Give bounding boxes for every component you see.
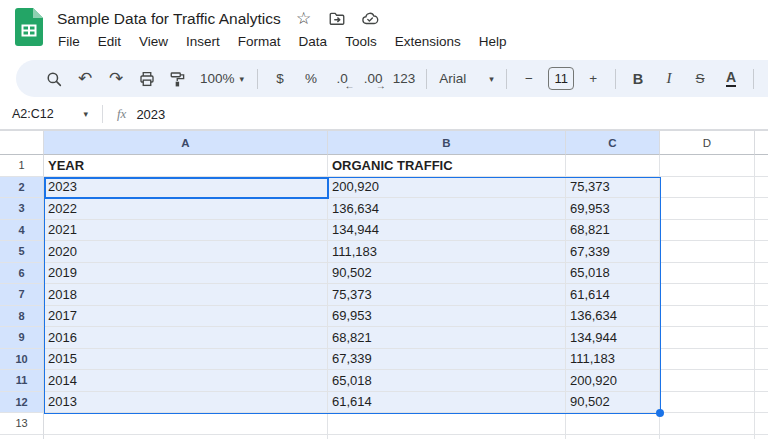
cell-A6[interactable]: 2019 (44, 263, 328, 285)
cell-B11[interactable]: 65,018 (328, 370, 566, 392)
cell-C2[interactable]: 75,373 (566, 177, 660, 199)
cell-C14[interactable] (566, 435, 660, 439)
row-header-6[interactable]: 6 (0, 263, 44, 285)
formula-input[interactable]: 2023 (136, 107, 768, 122)
row-header-13[interactable]: 13 (0, 413, 44, 435)
cell-E10[interactable] (755, 349, 768, 371)
cell-E11[interactable] (755, 370, 768, 392)
column-header-C[interactable]: C (566, 130, 660, 155)
row-header-14[interactable] (0, 435, 44, 439)
cell-A13[interactable] (44, 413, 328, 435)
row-header-1[interactable]: 1 (0, 155, 44, 177)
cell-B10[interactable]: 67,339 (328, 349, 566, 371)
fill-color-icon[interactable] (764, 66, 768, 92)
cell-D8[interactable] (660, 306, 755, 328)
italic-button[interactable]: I (657, 66, 681, 92)
cell-B7[interactable]: 75,373 (328, 284, 566, 306)
cell-E7[interactable] (755, 284, 768, 306)
menu-tools[interactable]: Tools (336, 32, 386, 51)
cell-A7[interactable]: 2018 (44, 284, 328, 306)
cell-C6[interactable]: 65,018 (566, 263, 660, 285)
cell-E8[interactable] (755, 306, 768, 328)
more-formats-button[interactable]: 123 (392, 66, 416, 92)
cell-C10[interactable]: 111,183 (566, 349, 660, 371)
print-icon[interactable] (135, 66, 159, 92)
font-size-input[interactable]: 11 (548, 67, 574, 90)
document-title[interactable]: Sample Data for Traffic Analytics (57, 10, 281, 28)
row-header-10[interactable]: 10 (0, 349, 44, 371)
menu-extensions[interactable]: Extensions (386, 32, 470, 51)
cell-B8[interactable]: 69,953 (328, 306, 566, 328)
redo-icon[interactable]: ↷ (104, 66, 128, 92)
cell-C3[interactable]: 69,953 (566, 198, 660, 220)
strikethrough-button[interactable]: S (688, 66, 712, 92)
cell-D11[interactable] (660, 370, 755, 392)
menu-insert[interactable]: Insert (177, 32, 229, 51)
column-header-A[interactable]: A (44, 130, 328, 155)
row-header-5[interactable]: 5 (0, 241, 44, 263)
star-icon[interactable]: ☆ (295, 10, 313, 28)
cell-A8[interactable]: 2017 (44, 306, 328, 328)
cell-D6[interactable] (660, 263, 755, 285)
cloud-saved-icon[interactable] (361, 10, 379, 28)
cell-B2[interactable]: 200,920 (328, 177, 566, 199)
cell-E1[interactable] (755, 155, 768, 177)
cell-B5[interactable]: 111,183 (328, 241, 566, 263)
decrease-decimal-button[interactable]: .0← (330, 66, 354, 92)
select-all-corner[interactable] (0, 130, 44, 155)
cell-A9[interactable]: 2016 (44, 327, 328, 349)
cell-A5[interactable]: 2020 (44, 241, 328, 263)
cell-C8[interactable]: 136,634 (566, 306, 660, 328)
search-icon[interactable] (42, 66, 66, 92)
cell-D1[interactable] (660, 155, 755, 177)
cell-A3[interactable]: 2022 (44, 198, 328, 220)
cell-E5[interactable] (755, 241, 768, 263)
name-box[interactable]: A2:C12 ▾ (12, 107, 88, 121)
cell-A11[interactable]: 2014 (44, 370, 328, 392)
row-header-9[interactable]: 9 (0, 327, 44, 349)
cell-E14[interactable] (755, 435, 768, 439)
bold-button[interactable]: B (626, 66, 650, 92)
cell-D14[interactable] (660, 435, 755, 439)
column-header-D[interactable]: D (660, 130, 755, 155)
cell-E2[interactable] (755, 177, 768, 199)
format-currency-button[interactable]: $ (268, 66, 292, 92)
cell-E3[interactable] (755, 198, 768, 220)
cell-E12[interactable] (755, 392, 768, 414)
menu-data[interactable]: Data (290, 32, 337, 51)
row-header-7[interactable]: 7 (0, 284, 44, 306)
cell-B9[interactable]: 68,821 (328, 327, 566, 349)
cell-B13[interactable] (328, 413, 566, 435)
row-header-3[interactable]: 3 (0, 198, 44, 220)
cell-E9[interactable] (755, 327, 768, 349)
decrease-font-size-button[interactable]: − (517, 66, 541, 92)
cell-C11[interactable]: 200,920 (566, 370, 660, 392)
cell-D5[interactable] (660, 241, 755, 263)
cell-D3[interactable] (660, 198, 755, 220)
menu-help[interactable]: Help (470, 32, 516, 51)
menu-view[interactable]: View (130, 32, 177, 51)
cell-A2[interactable]: 2023 (44, 177, 328, 199)
cell-B3[interactable]: 136,634 (328, 198, 566, 220)
cell-B6[interactable]: 90,502 (328, 263, 566, 285)
menu-edit[interactable]: Edit (89, 32, 130, 51)
column-header-E-sliver[interactable] (755, 130, 768, 155)
cell-E4[interactable] (755, 220, 768, 242)
cell-C9[interactable]: 134,944 (566, 327, 660, 349)
row-header-12[interactable]: 12 (0, 392, 44, 414)
cell-C4[interactable]: 68,821 (566, 220, 660, 242)
cell-D4[interactable] (660, 220, 755, 242)
cell-B1[interactable]: ORGANIC TRAFFIC (328, 155, 566, 177)
sheets-logo-icon[interactable] (15, 8, 43, 46)
cell-E13[interactable] (755, 413, 768, 435)
menu-file[interactable]: File (49, 32, 89, 51)
undo-icon[interactable]: ↶ (73, 66, 97, 92)
cell-A4[interactable]: 2021 (44, 220, 328, 242)
cell-C12[interactable]: 90,502 (566, 392, 660, 414)
cell-D12[interactable] (660, 392, 755, 414)
cell-C7[interactable]: 61,614 (566, 284, 660, 306)
increase-font-size-button[interactable]: + (581, 66, 605, 92)
cell-D10[interactable] (660, 349, 755, 371)
cell-B14[interactable] (328, 435, 566, 439)
cell-A14[interactable] (44, 435, 328, 439)
